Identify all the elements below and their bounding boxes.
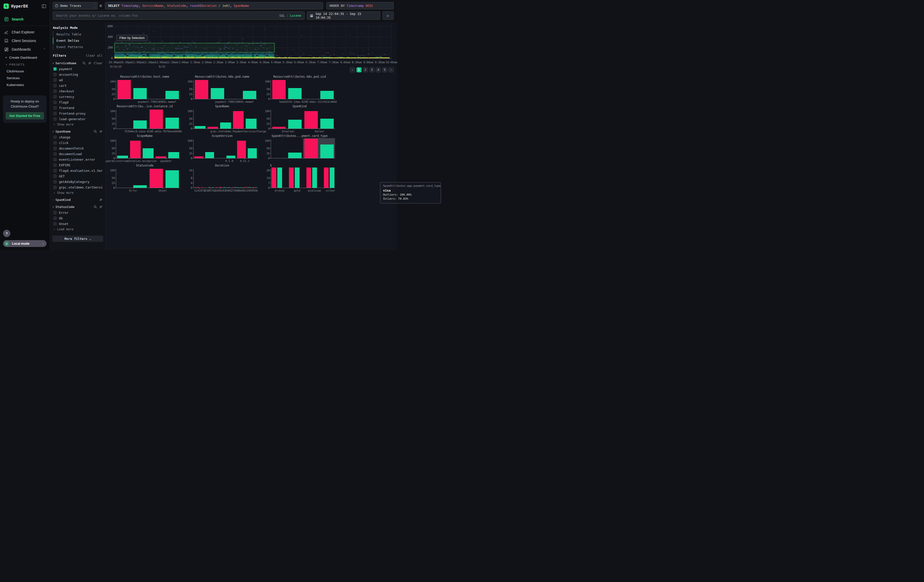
load-more-button[interactable]: › Load more [50,226,106,232]
filter-group-header-spankind[interactable]: ›SpanKind [50,196,106,203]
inlier-bar[interactable] [320,119,334,129]
inlier-bar[interactable] [312,168,317,188]
more-filters-button[interactable]: More filters ⌄ [52,236,103,242]
sidebar-item-search[interactable]: Search [0,15,50,23]
filter-option[interactable]: click [50,140,106,145]
sidebar-collapse-icon[interactable] [42,4,46,8]
checkbox[interactable] [53,84,57,87]
page-button-5[interactable]: 5 [382,67,387,73]
filter-option[interactable]: currency [50,94,106,99]
inlier-bar[interactable] [143,148,153,158]
outlier-bar[interactable] [271,168,276,188]
checkbox[interactable] [53,117,57,121]
filter-group-header-spanname[interactable]: ∨SpanName [50,127,106,134]
outlier-bar[interactable] [272,127,285,129]
inlier-bar[interactable] [205,152,214,158]
inlier-bar[interactable] [246,119,257,129]
search-icon[interactable] [94,205,97,208]
mini-chart-scopeversion[interactable]: ScopeVersion100502500.1.00.51.1 [185,134,260,162]
analysis-mode-item-event-patterns[interactable]: Event Patterns [53,44,106,50]
filter-option[interactable]: checkout [50,88,106,94]
preset-clickhouse[interactable]: ClickHouse [0,68,50,75]
outlier-bar[interactable] [150,169,163,188]
mini-chart-spankind[interactable]: SpanKind10050250InternalServer [262,104,337,133]
filter-option[interactable]: documentLoad [50,151,106,157]
inlier-bar[interactable] [195,126,205,129]
checkbox[interactable] [53,152,57,156]
outlier-bar[interactable] [195,80,208,99]
mode-lucene[interactable]: Lucene [290,14,301,18]
filter-option[interactable]: ✓payment [50,66,106,72]
checkbox[interactable] [53,112,57,115]
duration-heatmap[interactable]: 6004002000 Filter by Selection 10:00pm10… [106,23,397,69]
inlier-bar[interactable] [133,88,147,99]
filter-option[interactable]: eventListener.error [50,157,106,162]
outlier-bar[interactable] [304,111,318,129]
inlier-bar[interactable] [117,156,128,158]
checkbox[interactable] [53,147,57,150]
inlier-bar[interactable] [288,153,302,158]
preset-services[interactable]: Services [0,75,50,81]
inlier-bar[interactable] [211,88,224,99]
outlier-bar[interactable] [237,141,246,158]
mini-chart-duration[interactable]: Duration16840114197813867921600267200027… [185,164,260,192]
filter-option[interactable]: GET [50,173,106,179]
inlier-bar[interactable] [133,120,147,129]
mini-chart-resourceattributes-k8s-pod-uid[interactable]: ResourceAttributes.k8s.pod.uid100502505e… [262,75,337,103]
outlier-bar[interactable] [272,80,285,99]
outlier-bar[interactable] [150,110,163,129]
checkbox[interactable] [53,101,57,104]
checkbox[interactable] [53,175,57,178]
filter-option[interactable]: change [50,134,106,140]
mode-sql[interactable]: SQL [279,14,285,18]
inlier-bar[interactable] [288,88,302,99]
filter-group-header-servicename[interactable]: ∨ServiceNameClear [50,59,106,66]
filter-option[interactable]: flagd [50,99,106,105]
inlier-bar[interactable] [168,152,179,158]
inlier-bar[interactable] [288,120,302,129]
inlier-bar[interactable] [165,118,179,129]
checkbox[interactable] [53,141,57,145]
checkbox[interactable] [53,73,57,76]
filter-option[interactable]: frontend-proxy [50,110,106,116]
mini-chart-statuscode[interactable]: StatusCode10050250ErrorUnset [107,164,182,192]
mini-chart-s[interactable]: S281470bronzegoldplatinumsilver [262,164,337,192]
analysis-mode-item-event-deltas[interactable]: Event Deltas [53,38,106,44]
user-menu[interactable]: U Local mode › [3,240,46,247]
inlier-bar[interactable] [226,156,235,158]
page-prev-button[interactable]: ‹ [350,67,355,73]
checkbox[interactable] [53,180,57,183]
source-select[interactable]: Demo Traces ⌃⌄ [53,2,98,9]
get-started-button[interactable]: Get Started for Free [6,112,44,119]
checkbox[interactable] [53,217,57,220]
inlier-bar[interactable] [248,148,257,158]
filter-option[interactable]: EXPIRE [50,162,106,168]
run-query-button[interactable]: ▷ [383,12,394,20]
checkbox[interactable] [53,222,57,226]
filter-option[interactable]: frontend [50,105,106,110]
show-more-button[interactable]: › Show more [50,122,106,127]
mini-chart-resourceattributes-host-name[interactable]: ResourceAttributes.host.name10050250paym… [107,75,182,103]
clear-group-button[interactable]: Clear [94,61,102,65]
inlier-bar[interactable] [165,91,179,99]
inlier-bar[interactable] [243,91,256,99]
mini-chart-spanattributes-yment-card-type[interactable]: SpanAttributes...yment.card_type10050250 [262,134,337,162]
mini-chart-scopename[interactable]: ScopeName10050250@hyperdx/instrumentatio… [107,134,182,162]
checkbox[interactable] [53,78,57,82]
outlier-bar[interactable] [208,127,218,129]
filter-option[interactable]: grpc.oteldemo.CartServic… [50,185,106,190]
inlier-bar[interactable] [320,91,334,99]
filter-option[interactable]: getAdsByCategory [50,179,106,185]
outlier-bar[interactable] [324,168,329,188]
inlier-bar[interactable] [133,185,147,188]
filter-option[interactable]: load-generator [50,116,106,122]
search-input[interactable]: Search your events w/ Lucene ex. column:… [53,12,305,20]
sidebar-item-client-sessions[interactable]: Client Sessions [0,36,50,45]
page-button-3[interactable]: 3 [370,67,375,73]
sidebar-item-dashboards[interactable]: Dashboards ⌃ [0,45,50,54]
show-more-button[interactable]: › Show more [50,190,106,196]
inlier-bar[interactable] [295,168,300,188]
preset-kubernetes[interactable]: Kubernetes [0,81,50,88]
checkbox[interactable] [53,163,57,167]
inlier-bar[interactable] [165,170,179,188]
